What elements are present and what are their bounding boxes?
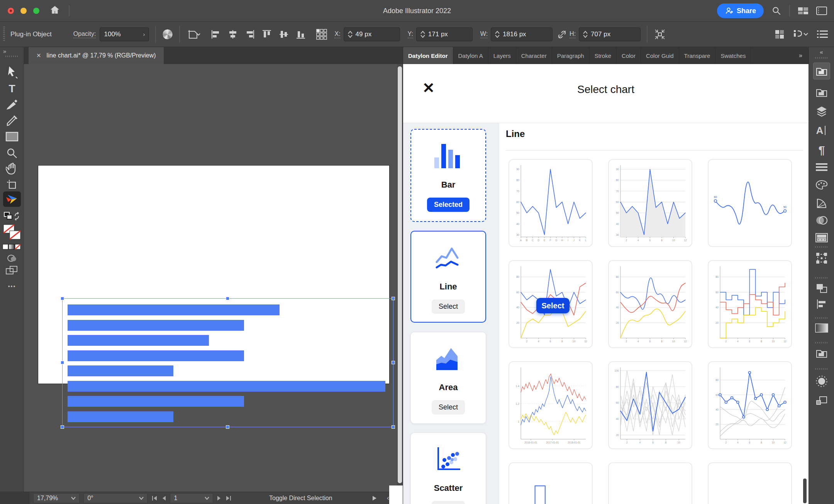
document-setup-icon[interactable] <box>793 29 809 39</box>
selection-handle[interactable] <box>392 297 395 300</box>
bar-row[interactable] <box>68 320 244 331</box>
chart-thumbnail-partial-pulse[interactable] <box>509 462 593 504</box>
canvas-area[interactable] <box>24 64 403 492</box>
align-center-icon[interactable] <box>228 29 238 39</box>
align-vcenter-icon[interactable] <box>279 29 289 39</box>
pathfinder-panel-icon[interactable] <box>809 283 834 293</box>
bar-row[interactable] <box>68 335 209 346</box>
select-similar-panel-icon[interactable] <box>809 375 834 387</box>
draw-mode-icon[interactable] <box>0 266 24 276</box>
datylon-plugin-tool[interactable] <box>0 191 24 207</box>
dock-grip[interactable] <box>809 317 834 319</box>
align-top-icon[interactable] <box>262 29 272 39</box>
panel-tab[interactable]: Swatches <box>715 47 751 64</box>
share-button[interactable]: Share <box>717 3 764 18</box>
collapse-status-icon[interactable]: ‹ <box>387 494 389 502</box>
dock-grip[interactable] <box>809 368 834 370</box>
opacity-field[interactable]: 100% › <box>100 27 149 41</box>
zoom-tool[interactable] <box>0 147 24 159</box>
opacity-label[interactable]: Opacity: <box>73 30 96 38</box>
w-field[interactable]: 1816 px <box>491 27 553 41</box>
transform-panel-icon[interactable] <box>809 252 834 264</box>
panel-layout-icon[interactable] <box>816 7 827 15</box>
stepper-icon[interactable] <box>420 31 425 38</box>
fill-none-swatch[interactable] <box>0 224 24 240</box>
swatches-panel-icon[interactable] <box>809 233 834 242</box>
chart-thumbnail-partial-blank[interactable] <box>708 462 792 504</box>
align-left-icon[interactable] <box>211 29 221 39</box>
first-artboard-icon[interactable] <box>151 496 158 501</box>
grid-arrange-icon[interactable] <box>775 29 785 39</box>
collapse-dock-icon[interactable]: « <box>809 49 834 55</box>
chart-thumbnail-line-basic[interactable]: 30405060708090ABCDEFGHIJKL <box>509 159 593 247</box>
type-tool[interactable]: T <box>0 83 24 95</box>
swatch-row[interactable] <box>0 244 24 250</box>
selection-bounding-box[interactable] <box>62 298 393 427</box>
transparency-panel-icon[interactable] <box>809 215 834 225</box>
selection-tool[interactable] <box>0 66 24 79</box>
h-field[interactable]: 707 px <box>579 27 641 41</box>
chart-thumbnail-multi-step[interactable]: 2040608024681012 <box>708 260 792 348</box>
opacity-expand-icon[interactable]: › <box>143 31 145 37</box>
dock-grip[interactable] <box>809 57 834 59</box>
chart-type-card-scatter[interactable]: Scatter Select <box>410 433 486 504</box>
expand-toolstrip-icon[interactable]: » <box>0 48 24 54</box>
rectangle-tool[interactable] <box>0 131 24 142</box>
bar-row[interactable] <box>68 381 385 392</box>
chart-thumbnail-line-smooth-endpoints[interactable]: 6050 <box>708 159 792 247</box>
rotation-dropdown[interactable]: 0° <box>83 493 147 503</box>
chart-type-action-button[interactable]: Select <box>432 400 465 414</box>
scale-corners-icon[interactable] <box>654 28 666 41</box>
scrollbar-thumb[interactable] <box>398 66 402 483</box>
canvas-vertical-scrollbar[interactable] <box>397 64 403 485</box>
paragraph-panel-icon[interactable]: ¶ <box>809 144 834 157</box>
recolor-artwork-icon[interactable] <box>162 29 173 40</box>
artboards-panel-icon[interactable] <box>809 395 834 406</box>
panel-tab[interactable]: Layers <box>488 47 516 64</box>
appearance-panel-icon[interactable] <box>809 348 834 358</box>
artboard-options-icon[interactable] <box>186 29 202 40</box>
bar-row[interactable] <box>68 365 173 376</box>
artboard-tool[interactable] <box>0 179 24 190</box>
fill-stroke-swap-icon[interactable] <box>0 211 24 222</box>
color-guide-panel-icon[interactable] <box>809 198 834 208</box>
stepper-icon[interactable] <box>348 31 353 38</box>
panel-tab[interactable]: Transpare <box>679 47 716 64</box>
bar-row[interactable] <box>68 350 244 361</box>
pen-tool[interactable] <box>0 99 24 110</box>
panel-tab[interactable]: Color <box>617 47 641 64</box>
more-tools-icon[interactable]: ••• <box>0 283 24 289</box>
chart-type-action-button[interactable]: Selected <box>427 198 470 212</box>
thumbnail-select-button[interactable]: Select <box>536 298 570 313</box>
panel-tab[interactable]: Datylon A <box>453 47 488 64</box>
y-field[interactable]: 171 px <box>416 27 473 41</box>
chart-thumbnail-multi-smooth[interactable]: 2040608024681012 <box>608 260 692 348</box>
chart-thumbnail-line-markers[interactable]: 2040608024681012 <box>708 361 792 449</box>
chart-type-card-bar[interactable]: Bar Selected <box>410 129 486 222</box>
align-right-icon[interactable] <box>245 29 255 39</box>
chart-thumbnail-timeseries[interactable]: 11.21.42016-01-012017-01-012018-01-01 <box>509 361 593 449</box>
stepper-icon[interactable] <box>495 31 500 38</box>
chart-type-action-button[interactable]: Select <box>432 501 465 504</box>
layers-panel-icon[interactable] <box>809 106 834 117</box>
bar-row[interactable] <box>68 304 280 315</box>
play-status-icon[interactable] <box>372 496 377 501</box>
selection-handle[interactable] <box>61 425 64 429</box>
shape-mode-icon[interactable] <box>0 254 24 262</box>
preferences-list-icon[interactable] <box>817 30 828 39</box>
bar-row[interactable] <box>68 396 244 407</box>
selection-handle[interactable] <box>392 425 395 429</box>
zoom-level-dropdown[interactable]: 17,79% <box>33 493 80 503</box>
search-icon[interactable] <box>771 6 781 16</box>
chart-thumbnail-partial-dots[interactable] <box>608 462 692 504</box>
chart-thumbnail-line-filled[interactable]: 3040506070809024681012 <box>608 159 692 247</box>
align-panel-icon[interactable] <box>809 299 834 310</box>
panel-tabs-overflow-icon[interactable]: » <box>793 52 809 59</box>
document-tab[interactable]: ✕ line chart.ai* @ 17,79 % (RGB/Preview) <box>29 47 164 64</box>
close-document-icon[interactable]: ✕ <box>36 52 41 59</box>
dock-grip[interactable] <box>809 342 834 343</box>
stroke-panel-icon[interactable] <box>809 163 834 171</box>
align-bottom-icon[interactable] <box>296 29 306 39</box>
artboard-number-dropdown[interactable]: 1 <box>170 493 213 503</box>
selection-handle[interactable] <box>61 361 64 364</box>
